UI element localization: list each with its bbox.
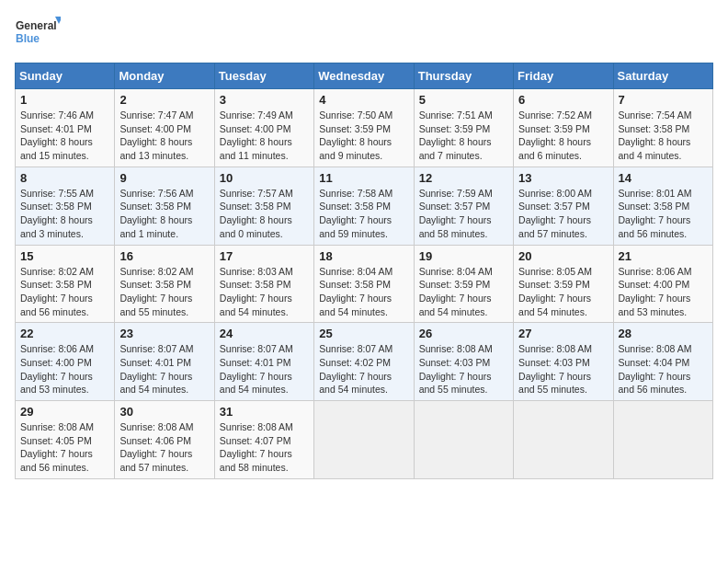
calendar-cell: 27 Sunrise: 8:08 AM Sunset: 4:03 PM Dayl… <box>514 323 613 401</box>
sunrise-text: Sunrise: 8:08 AM <box>20 421 94 432</box>
calendar-week-2: 8 Sunrise: 7:55 AM Sunset: 3:58 PM Dayli… <box>16 167 713 245</box>
header-day-thursday: Thursday <box>414 63 513 89</box>
calendar-cell: 12 Sunrise: 7:59 AM Sunset: 3:57 PM Dayl… <box>414 167 513 245</box>
day-number: 13 <box>518 171 608 185</box>
day-number: 21 <box>619 249 708 263</box>
day-number: 27 <box>518 327 608 340</box>
header-day-wednesday: Wednesday <box>314 63 414 89</box>
daylight-text: Daylight: 7 hours and 54 minutes. <box>319 371 392 396</box>
sunrise-text: Sunrise: 8:08 AM <box>119 421 193 432</box>
calendar-cell: 3 Sunrise: 7:49 AM Sunset: 4:00 PM Dayli… <box>214 89 313 167</box>
svg-text:Blue: Blue <box>16 32 40 45</box>
calendar-week-4: 22 Sunrise: 8:06 AM Sunset: 4:00 PM Dayl… <box>16 323 713 401</box>
day-number: 23 <box>119 327 209 340</box>
sunrise-text: Sunrise: 8:02 AM <box>119 266 193 277</box>
daylight-text: Daylight: 8 hours and 11 minutes. <box>220 136 292 161</box>
day-number: 5 <box>419 93 508 107</box>
sunrise-text: Sunrise: 7:56 AM <box>119 188 193 199</box>
calendar-cell: 11 Sunrise: 7:58 AM Sunset: 3:58 PM Dayl… <box>314 167 414 245</box>
sunrise-text: Sunrise: 7:55 AM <box>20 188 94 199</box>
sunset-text: Sunset: 4:02 PM <box>319 357 391 368</box>
daylight-text: Daylight: 8 hours and 15 minutes. <box>20 136 93 161</box>
daylight-text: Daylight: 8 hours and 7 minutes. <box>419 136 492 161</box>
calendar-cell: 7 Sunrise: 7:54 AM Sunset: 3:58 PM Dayli… <box>613 89 712 167</box>
day-number: 15 <box>20 249 109 263</box>
sunset-text: Sunset: 4:00 PM <box>220 123 291 134</box>
calendar-cell: 24 Sunrise: 8:07 AM Sunset: 4:01 PM Dayl… <box>214 323 313 401</box>
sunset-text: Sunset: 4:04 PM <box>619 357 690 368</box>
calendar-cell: 14 Sunrise: 8:01 AM Sunset: 3:58 PM Dayl… <box>613 167 712 245</box>
day-number: 18 <box>319 249 408 263</box>
sunset-text: Sunset: 3:57 PM <box>419 201 491 212</box>
sunset-text: Sunset: 4:01 PM <box>220 357 291 368</box>
sunrise-text: Sunrise: 8:00 AM <box>518 188 592 199</box>
calendar-cell: 20 Sunrise: 8:05 AM Sunset: 3:59 PM Dayl… <box>514 245 613 323</box>
sunrise-text: Sunrise: 7:46 AM <box>20 109 94 121</box>
calendar-cell: 5 Sunrise: 7:51 AM Sunset: 3:59 PM Dayli… <box>414 89 513 167</box>
sunset-text: Sunset: 4:01 PM <box>119 357 191 368</box>
daylight-text: Daylight: 7 hours and 54 minutes. <box>220 293 292 317</box>
sunset-text: Sunset: 3:58 PM <box>319 279 391 290</box>
sunset-text: Sunset: 3:58 PM <box>119 201 191 212</box>
day-number: 24 <box>220 327 309 340</box>
calendar-cell: 15 Sunrise: 8:02 AM Sunset: 3:58 PM Dayl… <box>16 245 115 323</box>
day-number: 1 <box>20 93 109 107</box>
sunset-text: Sunset: 3:58 PM <box>20 201 92 212</box>
calendar-cell: 2 Sunrise: 7:47 AM Sunset: 4:00 PM Dayli… <box>115 89 214 167</box>
day-number: 28 <box>619 327 708 340</box>
daylight-text: Daylight: 7 hours and 56 minutes. <box>20 448 93 473</box>
daylight-text: Daylight: 8 hours and 3 minutes. <box>20 214 93 239</box>
daylight-text: Daylight: 7 hours and 54 minutes. <box>518 293 591 317</box>
day-number: 4 <box>319 93 408 107</box>
sunrise-text: Sunrise: 7:59 AM <box>419 188 493 199</box>
sunset-text: Sunset: 4:01 PM <box>20 123 92 134</box>
day-number: 25 <box>319 327 408 340</box>
daylight-text: Daylight: 8 hours and 1 minute. <box>119 214 192 239</box>
sunset-text: Sunset: 3:59 PM <box>419 123 491 134</box>
day-number: 26 <box>419 327 508 340</box>
daylight-text: Daylight: 7 hours and 55 minutes. <box>119 293 192 317</box>
calendar-cell: 26 Sunrise: 8:08 AM Sunset: 4:03 PM Dayl… <box>414 323 513 401</box>
daylight-text: Daylight: 7 hours and 58 minutes. <box>419 214 492 239</box>
calendar-cell <box>613 401 712 479</box>
sunrise-text: Sunrise: 8:08 AM <box>619 343 692 354</box>
calendar-cell: 18 Sunrise: 8:04 AM Sunset: 3:58 PM Dayl… <box>314 245 414 323</box>
sunset-text: Sunset: 4:00 PM <box>119 123 191 134</box>
calendar-table: SundayMondayTuesdayWednesdayThursdayFrid… <box>15 63 713 479</box>
calendar-cell: 23 Sunrise: 8:07 AM Sunset: 4:01 PM Dayl… <box>115 323 214 401</box>
calendar-cell: 21 Sunrise: 8:06 AM Sunset: 4:00 PM Dayl… <box>613 245 712 323</box>
day-number: 29 <box>20 405 109 419</box>
daylight-text: Daylight: 7 hours and 55 minutes. <box>518 371 591 396</box>
header-day-saturday: Saturday <box>613 63 712 89</box>
daylight-text: Daylight: 7 hours and 58 minutes. <box>220 448 292 473</box>
logo: General Blue <box>15 15 61 52</box>
sunset-text: Sunset: 3:59 PM <box>319 123 391 134</box>
sunset-text: Sunset: 4:00 PM <box>619 279 690 290</box>
header-day-sunday: Sunday <box>16 63 115 89</box>
sunrise-text: Sunrise: 8:06 AM <box>20 343 94 354</box>
sunset-text: Sunset: 4:03 PM <box>518 357 590 368</box>
calendar-cell: 22 Sunrise: 8:06 AM Sunset: 4:00 PM Dayl… <box>16 323 115 401</box>
day-number: 2 <box>119 93 209 107</box>
sunset-text: Sunset: 3:58 PM <box>220 201 291 212</box>
day-number: 11 <box>319 171 408 185</box>
day-number: 19 <box>419 249 508 263</box>
sunset-text: Sunset: 4:05 PM <box>20 435 92 446</box>
calendar-cell <box>514 401 613 479</box>
day-number: 22 <box>20 327 109 340</box>
sunrise-text: Sunrise: 7:47 AM <box>119 109 193 121</box>
sunset-text: Sunset: 3:57 PM <box>518 201 590 212</box>
calendar-cell: 28 Sunrise: 8:08 AM Sunset: 4:04 PM Dayl… <box>613 323 712 401</box>
calendar-cell: 4 Sunrise: 7:50 AM Sunset: 3:59 PM Dayli… <box>314 89 414 167</box>
sunset-text: Sunset: 3:59 PM <box>518 279 590 290</box>
sunrise-text: Sunrise: 7:58 AM <box>319 188 392 199</box>
sunrise-text: Sunrise: 8:08 AM <box>419 343 493 354</box>
day-number: 10 <box>220 171 309 185</box>
day-number: 9 <box>119 171 209 185</box>
calendar-cell: 13 Sunrise: 8:00 AM Sunset: 3:57 PM Dayl… <box>514 167 613 245</box>
day-number: 20 <box>518 249 608 263</box>
day-number: 14 <box>619 171 708 185</box>
daylight-text: Daylight: 7 hours and 54 minutes. <box>419 293 492 317</box>
sunrise-text: Sunrise: 8:04 AM <box>419 266 493 277</box>
calendar-week-5: 29 Sunrise: 8:08 AM Sunset: 4:05 PM Dayl… <box>16 401 713 479</box>
